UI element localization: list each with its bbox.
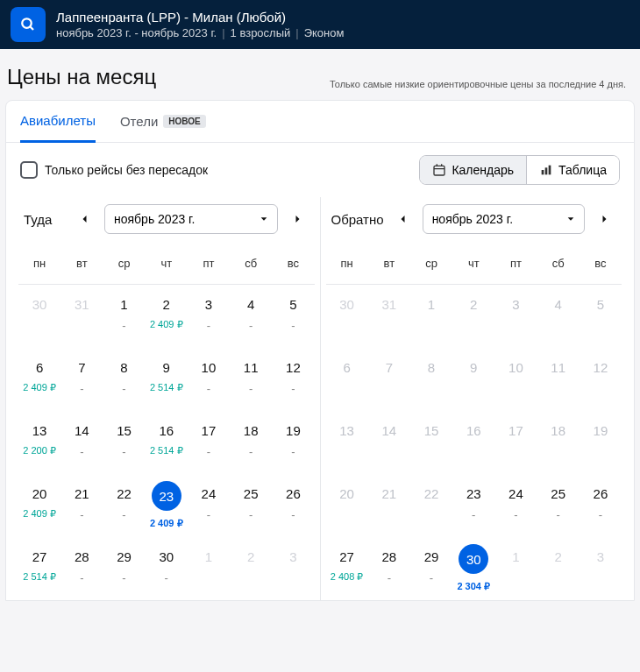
day-number: 30 — [328, 297, 366, 312]
day-number: 4 — [539, 297, 578, 312]
calendar-day[interactable]: 30- — [146, 537, 188, 600]
calendar-day[interactable]: 4- — [230, 285, 272, 348]
calendar-day[interactable]: 24- — [188, 474, 230, 537]
day-of-week: вс — [272, 250, 314, 285]
calendar-day[interactable]: 23- — [452, 474, 494, 537]
calendar-day[interactable]: 24- — [494, 474, 537, 537]
day-price: 2 304 ₽ — [454, 581, 493, 592]
calendar-day[interactable]: 10- — [188, 348, 230, 411]
tab-flights[interactable]: Авиабилеты — [20, 101, 96, 143]
calendar-day[interactable]: 25- — [537, 474, 580, 537]
day-number: 2 — [454, 297, 493, 312]
day-number: 2 — [147, 297, 186, 312]
day-number: 17 — [189, 423, 228, 438]
calendar-day[interactable]: 1- — [103, 285, 145, 348]
calendar-day[interactable]: 18- — [230, 411, 272, 474]
outbound-month-select[interactable]: ноябрь 2023 г. — [104, 204, 278, 234]
day-number: 28 — [370, 549, 409, 564]
day-of-week: вт — [368, 250, 410, 285]
day-number: 1 — [412, 297, 451, 312]
calendar-day[interactable]: 22 409 ₽ — [146, 285, 188, 348]
calendars: Туда ноябрь 2023 г. пнвтсрчтптсбвс30311-… — [6, 197, 634, 600]
day-price: 2 200 ₽ — [20, 445, 59, 456]
day-price: 2 514 ₽ — [147, 445, 186, 456]
calendar-day: 1 — [188, 537, 230, 600]
view-table-button[interactable]: Таблица — [526, 156, 619, 184]
calendar-day[interactable]: 12- — [272, 348, 314, 411]
day-number: 24 — [189, 486, 228, 501]
svg-line-1 — [30, 26, 33, 30]
day-no-price: - — [189, 319, 228, 332]
return-label: Обратно — [331, 212, 384, 227]
day-no-price: - — [189, 445, 228, 458]
day-number: 10 — [189, 360, 228, 375]
calendar-day[interactable]: 19- — [272, 411, 314, 474]
calendar-day[interactable]: 62 409 ₽ — [18, 348, 60, 411]
calendar-day[interactable]: 132 200 ₽ — [18, 411, 60, 474]
outbound-next-button[interactable] — [285, 207, 309, 231]
calendar-day[interactable]: 272 514 ₽ — [18, 537, 60, 600]
header-text: Лаппеенранта (LPP) - Милан (Любой) ноябр… — [56, 10, 344, 39]
day-no-price: - — [496, 508, 535, 521]
outbound-prev-button[interactable] — [73, 207, 97, 231]
day-no-price: - — [539, 508, 578, 521]
calendar-day: 22 — [410, 474, 452, 537]
calendar-day[interactable]: 7- — [60, 348, 103, 411]
calendar-day[interactable]: 15- — [103, 411, 145, 474]
calendar-day[interactable]: 25- — [230, 474, 272, 537]
calendar-day[interactable]: 11- — [230, 348, 272, 411]
calendar-day[interactable]: 162 514 ₽ — [146, 411, 188, 474]
calendar-day[interactable]: 26- — [580, 474, 622, 537]
day-number: 21 — [62, 486, 101, 501]
day-number: 30 — [459, 544, 488, 574]
return-calendar: Обратно ноябрь 2023 г. пнвтсрчтптсбвс303… — [320, 197, 628, 600]
calendar-day[interactable]: 92 514 ₽ — [146, 348, 188, 411]
day-no-price: - — [104, 571, 143, 584]
day-number: 22 — [104, 486, 143, 501]
return-next-button[interactable] — [592, 207, 616, 231]
calendar-day[interactable]: 29- — [103, 537, 145, 600]
calendar-day: 12 — [580, 348, 622, 411]
view-calendar-button[interactable]: Календарь — [420, 156, 526, 184]
return-month-select[interactable]: ноябрь 2023 г. — [423, 204, 585, 234]
calendar-day[interactable]: 21- — [60, 474, 103, 537]
day-number: 16 — [454, 423, 493, 438]
day-price: 2 409 ₽ — [147, 518, 186, 529]
calendar-day[interactable]: 14- — [60, 411, 103, 474]
search-button[interactable] — [11, 7, 46, 42]
day-number: 15 — [412, 423, 451, 438]
calendar-day[interactable]: 17- — [188, 411, 230, 474]
calendar-day[interactable]: 28- — [60, 537, 103, 600]
day-number: 7 — [62, 360, 101, 375]
day-no-price: - — [581, 508, 620, 521]
direct-only-checkbox[interactable]: Только рейсы без пересадок — [20, 161, 208, 179]
calendar-day[interactable]: 272 408 ₽ — [326, 537, 368, 600]
day-no-price: - — [147, 571, 186, 584]
calendar-day[interactable]: 29- — [410, 537, 452, 600]
day-number: 9 — [147, 360, 186, 375]
day-number: 1 — [496, 549, 535, 564]
calendar-day[interactable]: 26- — [272, 474, 314, 537]
day-number: 5 — [274, 297, 312, 312]
tab-hotels[interactable]: Отели НОВОЕ — [120, 102, 206, 141]
day-number: 28 — [62, 549, 101, 564]
page-title: Цены на месяц — [7, 65, 156, 89]
return-prev-button[interactable] — [391, 207, 416, 231]
day-no-price: - — [274, 382, 312, 395]
caret-down-icon — [260, 215, 268, 223]
day-no-price: - — [231, 382, 270, 395]
calendar-day[interactable]: 22- — [103, 474, 145, 537]
chevron-right-icon — [292, 214, 302, 224]
calendar-day[interactable]: 202 409 ₽ — [18, 474, 60, 537]
day-of-week: вс — [580, 250, 622, 285]
calendar-day[interactable]: 28- — [368, 537, 410, 600]
calendar-day[interactable]: 8- — [103, 348, 145, 411]
calendar-day[interactable]: 302 304 ₽ — [452, 537, 494, 600]
calendar-day[interactable]: 3- — [188, 285, 230, 348]
controls-row: Только рейсы без пересадок Календарь Таб… — [6, 143, 634, 197]
calendar-day[interactable]: 5- — [272, 285, 314, 348]
calendar-day: 7 — [368, 348, 410, 411]
day-number: 11 — [539, 360, 578, 375]
calendar-day[interactable]: 232 409 ₽ — [146, 474, 188, 537]
calendar-icon — [432, 163, 446, 177]
